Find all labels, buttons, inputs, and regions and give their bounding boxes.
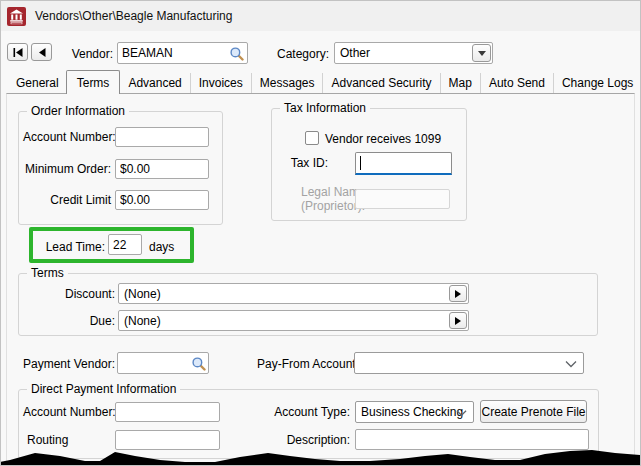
tax-id-label: Tax ID: xyxy=(276,156,328,170)
order-information-title: Order Information xyxy=(27,104,129,118)
previous-record-icon xyxy=(38,48,46,57)
tab-advanced-security[interactable]: Advanced Security xyxy=(322,73,439,93)
description-label: Description: xyxy=(258,433,350,447)
lead-time-input[interactable] xyxy=(108,234,142,255)
vendor-input[interactable] xyxy=(118,46,228,60)
window-title: Vendors\Other\Beagle Manufacturing xyxy=(35,9,232,23)
chevron-down-icon xyxy=(456,409,467,417)
tab-map[interactable]: Map xyxy=(440,73,480,93)
discount-expand-button[interactable] xyxy=(449,285,467,302)
discount-label: Discount: xyxy=(23,287,115,301)
payment-vendor-input[interactable] xyxy=(118,356,190,370)
minimum-order-label: Minimum Order: xyxy=(23,162,111,176)
torn-edge-decoration xyxy=(0,448,641,466)
due-label: Due: xyxy=(23,314,115,328)
tax-information-group: Tax Information Vendor receives 1099 Tax… xyxy=(271,108,467,221)
tax-information-title: Tax Information xyxy=(280,101,370,115)
account-type-value: Business Checking xyxy=(361,405,463,419)
payment-vendor-field xyxy=(117,352,209,374)
discount-value: (None) xyxy=(124,287,161,301)
first-record-icon xyxy=(13,48,23,57)
terms-group: Terms Discount: (None) Due: (None) xyxy=(18,273,598,336)
routing-label: Routing xyxy=(27,433,68,447)
payment-vendor-label: Payment Vendor: xyxy=(23,357,113,371)
tab-general[interactable]: General xyxy=(8,73,67,93)
account-type-combobox[interactable]: Business Checking xyxy=(355,401,474,423)
pay-from-account-label: Pay-From Account: xyxy=(257,357,351,371)
account-number-input[interactable] xyxy=(115,127,209,147)
description-input[interactable] xyxy=(355,429,589,450)
create-prenote-file-button[interactable]: Create Prenote File xyxy=(480,400,587,423)
order-information-group: Order Information Account Number: Minimu… xyxy=(18,111,223,225)
tab-strip: General Terms Advanced Invoices Messages… xyxy=(8,71,641,93)
tab-change-logs[interactable]: Change Logs xyxy=(553,73,641,93)
pay-from-account-combobox[interactable] xyxy=(354,352,584,374)
dp-account-number-input[interactable] xyxy=(115,402,220,422)
credit-limit-label: Credit Limit xyxy=(23,193,111,207)
vendor-receives-1099-label: Vendor receives 1099 xyxy=(325,132,441,146)
due-field[interactable]: (None) xyxy=(118,310,469,331)
legal-name-input xyxy=(355,189,450,209)
due-expand-button[interactable] xyxy=(449,312,467,329)
discount-field[interactable]: (None) xyxy=(118,283,469,304)
chevron-down-icon xyxy=(565,360,577,368)
routing-input[interactable] xyxy=(115,430,220,450)
vendor-receives-1099-checkbox[interactable] xyxy=(305,131,319,145)
previous-record-button[interactable] xyxy=(31,43,52,61)
right-arrow-icon xyxy=(455,317,461,325)
bank-building-icon xyxy=(7,7,26,26)
credit-limit-input[interactable] xyxy=(115,190,209,210)
account-number-label: Account Number: xyxy=(23,130,111,144)
dropdown-arrow-icon[interactable] xyxy=(472,44,491,62)
magnifier-icon xyxy=(191,356,206,371)
right-arrow-icon xyxy=(455,290,461,298)
tab-invoices[interactable]: Invoices xyxy=(190,73,251,93)
tab-messages[interactable]: Messages xyxy=(251,73,323,93)
direct-payment-title: Direct Payment Information xyxy=(27,382,180,396)
tab-auto-send[interactable]: Auto Send xyxy=(480,73,553,93)
category-value: Other xyxy=(340,46,370,60)
first-record-button[interactable] xyxy=(7,43,28,61)
magnifier-icon xyxy=(229,46,244,61)
vendor-search-button[interactable] xyxy=(228,45,245,61)
payment-vendor-search-button[interactable] xyxy=(190,355,207,371)
due-value: (None) xyxy=(124,314,161,328)
category-label: Category: xyxy=(267,47,329,61)
lead-time-days-label: days xyxy=(149,240,174,254)
category-combobox[interactable]: Other xyxy=(334,42,493,64)
dp-account-number-label: Account Number: xyxy=(23,405,111,419)
terms-title: Terms xyxy=(27,266,68,280)
minimum-order-input[interactable] xyxy=(115,159,209,179)
vendor-window: Vendors\Other\Beagle Manufacturing Vendo… xyxy=(0,0,641,466)
account-type-label: Account Type: xyxy=(258,405,350,419)
vendor-field xyxy=(117,42,248,64)
tax-id-input[interactable] xyxy=(355,152,452,175)
lead-time-label: Lead Time: xyxy=(39,240,105,254)
vendor-label: Vendor: xyxy=(58,47,113,61)
title-bar: Vendors\Other\Beagle Manufacturing xyxy=(1,1,640,31)
tab-terms[interactable]: Terms xyxy=(66,70,121,94)
tab-advanced[interactable]: Advanced xyxy=(119,73,189,93)
text-caret xyxy=(360,156,361,170)
